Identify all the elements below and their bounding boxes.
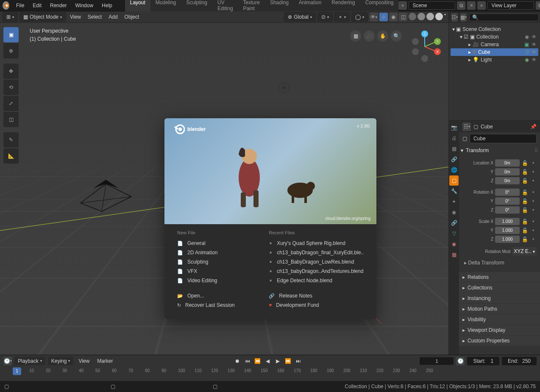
tree-cube[interactable]: ▸ ▽ Cube▽👁	[451, 48, 538, 56]
lock-icon[interactable]: 🔓	[521, 207, 528, 213]
viewlayer-browse-icon[interactable]: ⚬	[477, 1, 486, 10]
delete-scene-icon[interactable]: ×	[467, 1, 476, 10]
vh-menu-add[interactable]: Add	[106, 13, 120, 21]
menu-render[interactable]: Render	[46, 1, 71, 10]
panel-custom-props[interactable]: ▸ Custom Properties	[459, 336, 540, 346]
ptab-output[interactable]: 🖨	[449, 133, 459, 143]
eye-icon[interactable]: 👁	[532, 57, 537, 63]
dev-fund[interactable]: ♥ Development Fund	[269, 300, 364, 310]
mode-dropdown[interactable]: ▦ Object Mode ▾	[19, 12, 66, 22]
ptab-mesh[interactable]: ▽	[449, 228, 459, 239]
pivot-dropdown[interactable]: ⊙▾	[317, 12, 333, 22]
menu-edit[interactable]: Edit	[28, 1, 46, 10]
proportional-dropdown[interactable]: ◯▾	[351, 12, 368, 22]
delta-transform[interactable]: ▸ Delta Transform	[462, 256, 537, 269]
ptab-particle[interactable]: ✦	[449, 197, 459, 207]
restrict-icon[interactable]: ◉	[525, 34, 529, 40]
tool-cursor[interactable]: ⊕	[3, 43, 19, 58]
new-viewlayer-icon[interactable]: ⧉	[536, 1, 540, 10]
tree-camera[interactable]: ▸ 🎥 Camera▣👁	[451, 41, 538, 48]
lock-icon[interactable]: 🔓	[521, 228, 528, 234]
loc-z[interactable]: 0m	[495, 177, 520, 184]
preview-range-icon[interactable]: 🕐	[456, 357, 465, 365]
props-type-dropdown[interactable]: ☷▾	[462, 122, 471, 131]
autokey-icon[interactable]: ⏺	[233, 357, 242, 365]
scene-browse-icon[interactable]: ⚬	[398, 1, 407, 10]
outliner-search-input[interactable]	[469, 14, 539, 21]
rot-y[interactable]: 0°	[495, 197, 520, 205]
outliner-type-dropdown[interactable]: ☷▾	[451, 13, 458, 22]
panel-motionpaths[interactable]: ▸ Motion Paths	[459, 304, 540, 314]
3d-viewport[interactable]: User Perspective (1) Collection | Cube ▣…	[0, 23, 448, 355]
zoom-icon[interactable]: 🔍	[391, 31, 402, 42]
tool-rotate[interactable]: ⟲	[3, 80, 19, 95]
ptab-viewlayer[interactable]: ▦	[449, 144, 459, 154]
loc-x[interactable]: 0m	[495, 159, 520, 167]
camera-view-icon[interactable]: ▦	[350, 31, 361, 42]
rot-x[interactable]: 0°	[495, 189, 520, 196]
tool-select-box[interactable]: ▣	[3, 27, 19, 42]
playhead[interactable]: 1	[13, 367, 21, 375]
axis-x[interactable]: X	[434, 48, 441, 55]
scl-y[interactable]: 1.000	[495, 227, 520, 234]
axis-y[interactable]: Y	[434, 38, 441, 45]
vh-menu-object[interactable]: Object	[122, 13, 142, 21]
shading-rendered-icon[interactable]	[435, 13, 443, 20]
new-scene-icon[interactable]: ⧉	[457, 1, 465, 10]
vh-menu-select[interactable]: Select	[85, 13, 104, 21]
keyframe-prev-icon[interactable]: ⏪	[253, 357, 262, 365]
end-frame[interactable]: End: 250	[502, 357, 537, 365]
recent-3[interactable]: ⚬ ch13_babyDragon..AndTextures.blend	[269, 267, 364, 276]
shading-wireframe-icon[interactable]	[409, 13, 416, 20]
scl-z[interactable]: 1.000	[495, 236, 520, 243]
rot-z[interactable]: 0°	[495, 206, 520, 214]
recent-0[interactable]: ⚬ Xury's Quad Sphere Rig.blend	[269, 239, 364, 248]
ptab-object[interactable]: ▢	[449, 175, 459, 186]
eye-icon[interactable]: 👁	[532, 42, 537, 47]
lock-icon[interactable]: 🔓	[521, 236, 528, 242]
tool-scale[interactable]: ⤢	[3, 96, 19, 111]
start-frame[interactable]: Start: 1	[467, 357, 499, 365]
panel-viewport-display[interactable]: ▸ Viewport Display	[459, 325, 540, 335]
ptab-world[interactable]: 🌐	[449, 165, 459, 175]
gizmo-toggle-icon[interactable]: ⊹	[379, 13, 388, 21]
xray-toggle-icon[interactable]: ◫	[399, 13, 407, 21]
menu-help[interactable]: Help	[97, 1, 117, 10]
playback-dropdown[interactable]: Playback ▾	[14, 357, 45, 365]
tl-menu-view[interactable]: View	[76, 357, 92, 365]
axis-neg-x[interactable]	[412, 38, 419, 45]
axis-z[interactable]: Z	[421, 31, 428, 37]
tool-measure[interactable]: 📐	[3, 148, 19, 164]
overlays-toggle-icon[interactable]: ◉	[389, 13, 398, 21]
outliner-display-dropdown[interactable]: ▦▾	[460, 13, 467, 22]
panel-visibility[interactable]: ▸ Visibility	[459, 314, 540, 325]
ptab-scene[interactable]: 🔗	[449, 154, 459, 164]
panel-relations[interactable]: ▸ Relations	[459, 272, 540, 282]
tool-move[interactable]: ✥	[3, 64, 19, 79]
ptab-constraint[interactable]: 🔗	[449, 218, 459, 228]
recent-2[interactable]: ⚬ ch13_BabyDragon_LowRes.blend	[269, 257, 364, 267]
ptab-material[interactable]: ◉	[449, 239, 459, 249]
recent-1[interactable]: ⚬ ch13_babyDragon_final_XuryEdit.ble..	[269, 248, 364, 257]
tree-collection[interactable]: ▾ ☑ ▣ Collection◉👁	[451, 33, 538, 41]
ptab-physics[interactable]: ◉	[449, 207, 459, 217]
menu-window[interactable]: Window	[71, 1, 97, 10]
lock-icon[interactable]: 🔓	[521, 178, 528, 184]
timeline-track[interactable]: 1 11020304050607080901001101201301401501…	[0, 367, 540, 381]
tool-annotate[interactable]: ✎	[3, 132, 19, 147]
timeline-type-dropdown[interactable]: 🕐▾	[3, 357, 12, 365]
light-object[interactable]	[278, 81, 290, 94]
shading-solid-icon[interactable]	[418, 13, 425, 20]
rotmode-dropdown[interactable]: XYZ E.. ▾	[512, 247, 537, 256]
keying-dropdown[interactable]: Keying ▾	[48, 357, 74, 365]
navigation-gizmo[interactable]: X Y Z	[408, 30, 442, 64]
snap-dropdown[interactable]: ⚬▾	[334, 12, 350, 22]
tool-transform[interactable]: ◫	[3, 112, 19, 127]
tree-light[interactable]: ▸ 💡 Light◉👁	[451, 56, 538, 64]
vh-menu-view[interactable]: View	[67, 13, 84, 21]
lock-icon[interactable]: 🔓	[521, 189, 528, 195]
scene-name-input[interactable]	[409, 1, 455, 10]
panel-collections[interactable]: ▸ Collections	[459, 283, 540, 293]
tree-scene-collection[interactable]: ▾ ▣ Scene Collection	[451, 25, 538, 33]
new-sculpting[interactable]: 📄 Sculpting	[177, 257, 269, 267]
